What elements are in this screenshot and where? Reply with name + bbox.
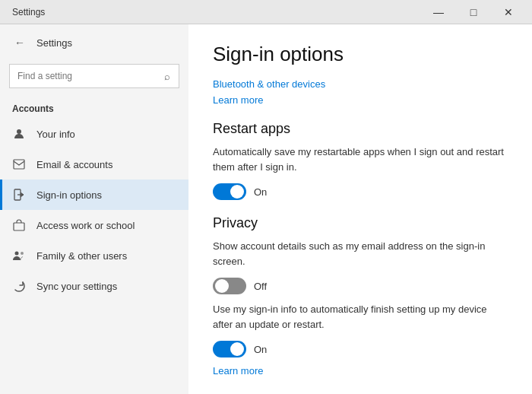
your-info-icon [12, 127, 26, 141]
sidebar-search: ⌕ [9, 64, 179, 88]
minimize-button[interactable]: — [421, 0, 456, 24]
restart-apps-toggle[interactable] [213, 183, 246, 200]
sidebar-item-label: Family & other users [36, 250, 127, 262]
svg-point-4 [15, 252, 19, 256]
sidebar-item-email-accounts[interactable]: Email & accounts [0, 149, 188, 180]
email-icon [12, 157, 26, 171]
back-button[interactable]: ← [9, 32, 30, 53]
privacy-toggle1[interactable] [213, 278, 246, 294]
sidebar-app-title: Settings [36, 37, 72, 49]
privacy-title: Privacy [213, 215, 508, 231]
sidebar-item-label: Access work or school [36, 220, 135, 231]
toggle-knob [230, 185, 244, 199]
sidebar-item-label: Email & accounts [36, 159, 112, 170]
title-bar-title: Settings [12, 7, 421, 17]
title-bar-controls: — □ ✕ [421, 0, 526, 24]
sidebar-item-label: Your info [36, 129, 75, 140]
sign-in-icon [12, 188, 26, 202]
privacy-toggle2[interactable] [213, 341, 246, 357]
svg-point-0 [17, 129, 21, 134]
maximize-button[interactable]: □ [456, 0, 491, 24]
sidebar-item-your-info[interactable]: Your info [0, 119, 188, 149]
privacy-toggle2-label: On [254, 344, 267, 355]
privacy-description2: Use my sign-in info to automatically fin… [213, 302, 508, 332]
restart-apps-toggle-label: On [254, 186, 267, 198]
svg-point-5 [21, 252, 24, 255]
sidebar-item-family-users[interactable]: Family & other users [0, 240, 188, 271]
privacy-description1: Show account details such as my email ad… [213, 239, 508, 268]
restart-apps-description: Automatically save my restartable apps w… [213, 145, 508, 174]
family-icon [12, 249, 26, 262]
sidebar-item-access-work[interactable]: Access work or school [0, 210, 188, 240]
sidebar-nav-top: ← Settings [0, 24, 188, 61]
bluetooth-link[interactable]: Bluetooth & other devices [213, 78, 508, 90]
toggle-knob [230, 342, 244, 356]
sidebar: ← Settings ⌕ Accounts Your info [0, 24, 188, 394]
svg-rect-1 [14, 160, 24, 169]
privacy-toggle2-row: On [213, 341, 508, 357]
search-icon: ⌕ [164, 71, 170, 82]
restart-apps-toggle-row: On [213, 183, 508, 200]
title-bar: Settings — □ ✕ [0, 0, 532, 24]
page-title: Sign-in options [213, 43, 508, 66]
privacy-toggle1-row: Off [213, 278, 508, 294]
sidebar-item-label: Sync your settings [36, 281, 117, 292]
search-input[interactable] [9, 64, 179, 88]
app-body: ← Settings ⌕ Accounts Your info [0, 24, 532, 394]
close-button[interactable]: ✕ [491, 0, 526, 24]
search-icon-button[interactable]: ⌕ [155, 64, 179, 88]
sidebar-item-sign-in[interactable]: Sign-in options [0, 180, 188, 210]
sidebar-section-label: Accounts [0, 97, 188, 119]
restart-apps-title: Restart apps [213, 121, 508, 137]
sidebar-item-label: Sign-in options [36, 189, 102, 201]
svg-rect-3 [14, 223, 24, 230]
main-content: Sign-in options Bluetooth & other device… [188, 24, 532, 394]
learn-more-privacy-link[interactable]: Learn more [213, 365, 508, 377]
sidebar-item-sync[interactable]: Sync your settings [0, 271, 188, 301]
work-icon [12, 218, 26, 232]
privacy-toggle1-label: Off [254, 281, 267, 292]
sync-icon [12, 279, 26, 293]
learn-more-top-link[interactable]: Learn more [213, 94, 508, 106]
toggle-knob [215, 279, 229, 293]
